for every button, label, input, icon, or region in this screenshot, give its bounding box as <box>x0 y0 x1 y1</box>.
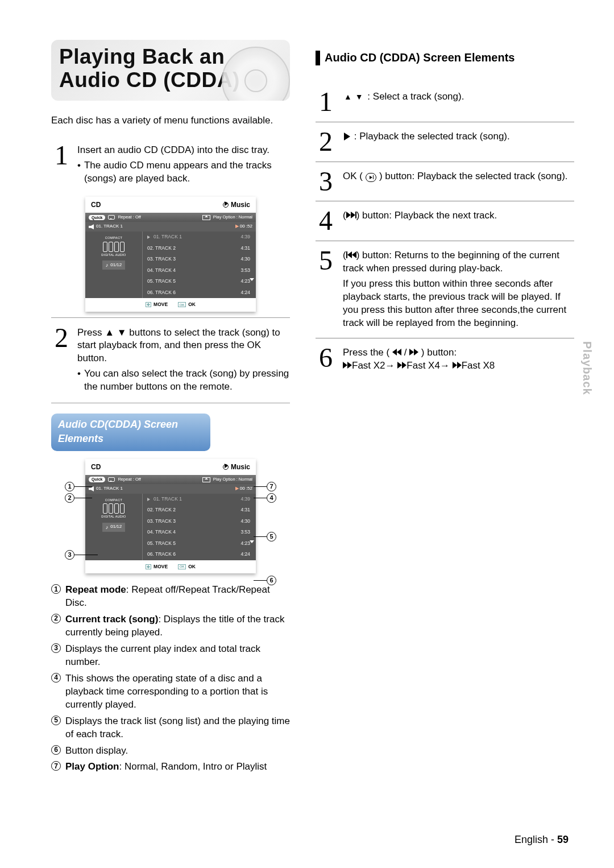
legend-item-5: 5 Displays the track list (song list) an… <box>51 715 290 741</box>
legend-item-4: 4 This shows the operating state of a di… <box>51 672 290 712</box>
track-row: 01. TRACK 1 4:39 <box>143 232 256 242</box>
current-track: 01. TRACK 1 <box>96 486 123 492</box>
track-time: 4:31 <box>240 245 250 251</box>
scroll-down-icon <box>250 540 254 543</box>
callout-2: 2 <box>65 493 74 503</box>
ok-icon: OK <box>178 302 186 307</box>
compact-disc-logo: COMPACT DIGITAL AUDIO <box>94 236 134 257</box>
move-label: MOVE <box>154 301 168 308</box>
right-step-3: 3 OK ( ) button: Playback the selected t… <box>316 162 574 201</box>
screen-elements-heading: Audio CD(CDDA) Screen Elements <box>51 414 210 451</box>
tv-icon <box>202 215 210 220</box>
track-name: 01. TRACK 1 <box>154 234 182 240</box>
track-name: 06. TRACK 6 <box>147 551 176 557</box>
music-icon <box>223 202 229 208</box>
step-number: 2 <box>51 326 72 394</box>
right-step-6: 6 Press the ( / ) button: Fast X2→ Fast … <box>316 338 574 381</box>
rewind-icon <box>392 349 401 356</box>
track-row: 06. TRACK 6 4:24 <box>143 287 256 298</box>
legend-item-6: 6 Button display. <box>51 745 290 758</box>
current-track: 01. TRACK 1 <box>96 224 123 230</box>
play-index: ♪01/12 <box>102 523 126 532</box>
music-icon <box>223 464 229 470</box>
callout-6: 6 <box>267 576 276 585</box>
track-name: 02. TRACK 2 <box>147 245 176 251</box>
track-time: 4:39 <box>240 234 250 240</box>
callout-1: 1 <box>65 482 74 491</box>
quick-pill: Quick <box>89 215 105 220</box>
step1-bullet: The audio CD menu appears and the tracks… <box>77 159 290 185</box>
heading-bar-icon <box>316 51 320 65</box>
track-row: 04. TRACK 4 3:53 <box>143 265 256 276</box>
track-row: 02. TRACK 2 4:31 <box>143 243 256 254</box>
legend: 1 Repeat mode: Repeat off/Repeat Track/R… <box>51 584 290 774</box>
left-step-1: 1 Insert an audio CD (CDDA) into the dis… <box>51 138 290 191</box>
elapsed-time: 00 :52 <box>240 224 252 229</box>
speech-icon <box>108 477 115 482</box>
track-name: 01. TRACK 1 <box>154 496 182 502</box>
repeat-label: Repeat : Off <box>118 214 140 220</box>
cd-screen-1: CD Music Quick Repeat : Off Play Option … <box>85 197 256 311</box>
quick-pill: Quick <box>89 477 105 482</box>
track-row: 05. TRACK 5 4:23 <box>143 276 256 287</box>
cd-hdr-left: CD <box>91 462 101 472</box>
fastforward-icon <box>343 362 352 369</box>
track-row: 03. TRACK 3 4:30 <box>143 254 256 264</box>
track-name: 04. TRACK 4 <box>147 529 176 535</box>
fastforward-icon <box>409 349 418 356</box>
track-time: 4:24 <box>240 551 250 557</box>
ok-label: OK <box>188 301 196 308</box>
page-title-box: Playing Back an Audio CD (CDDA) <box>51 40 290 101</box>
play-option: Play Option : Normal <box>213 477 252 482</box>
side-tab-playback: Playback <box>579 341 595 395</box>
callout-5: 5 <box>267 532 276 542</box>
legend-item-2: 2 Current track (song): Displays the tit… <box>51 613 290 639</box>
callout-4: 4 <box>267 493 276 503</box>
scroll-down-icon <box>250 278 254 281</box>
ok-label: OK <box>188 564 196 570</box>
move-icon: ✥ <box>146 302 151 307</box>
track-name: 05. TRACK 5 <box>147 540 176 547</box>
cd-screen-2-wrap: 1 2 3 7 4 5 6 CD Music Quick Repeat : Of… <box>85 459 256 573</box>
track-name: 03. TRACK 3 <box>147 518 176 524</box>
track-row: 06. TRACK 6 4:24 <box>143 549 256 560</box>
page-footer: English - 59 <box>515 833 569 846</box>
prev-track-icon <box>346 251 356 258</box>
callout-3: 3 <box>65 550 74 560</box>
track-name: 06. TRACK 6 <box>147 290 176 296</box>
right-step-4: 4 () button: Playback the next track. <box>316 201 574 241</box>
cd-screen-2: CD Music Quick Repeat : Off Play Option … <box>85 459 256 573</box>
track-time: 4:30 <box>240 256 250 262</box>
callout-7: 7 <box>267 482 276 491</box>
track-row: 04. TRACK 4 3:53 <box>143 527 256 538</box>
cd-hdr-right: Music <box>231 462 250 472</box>
track-time: 3:53 <box>240 529 250 535</box>
track-name: 05. TRACK 5 <box>147 278 176 284</box>
intro-text: Each disc has a variety of menu function… <box>51 114 290 127</box>
next-track-icon <box>346 212 356 218</box>
step1-text: Insert an audio CD (CDDA) into the disc … <box>77 144 269 155</box>
track-time: 4:23 <box>240 540 250 547</box>
elapsed-time: 00 :52 <box>240 486 252 491</box>
right-step-1: 1 ▲ ▼ : Select a track (song). <box>316 82 574 122</box>
ok-play-pause-icon <box>366 173 377 182</box>
speaker-icon <box>89 224 94 229</box>
legend-item-7: 7 Play Option: Normal, Random, Intro or … <box>51 760 290 774</box>
track-name: 03. TRACK 3 <box>147 256 176 262</box>
step-number: 1 <box>51 144 72 185</box>
track-time: 3:53 <box>240 267 250 274</box>
right-heading: Audio CD (CDDA) Screen Elements <box>316 50 574 65</box>
step2-bullet: You can also select the track (song) by … <box>77 367 290 394</box>
play-index: ♪01/12 <box>102 261 126 270</box>
tv-icon <box>202 477 210 482</box>
ok-icon: OK <box>178 564 186 569</box>
right-step-2: 2 : Playback the selected track (song). <box>316 122 574 162</box>
compact-disc-logo: COMPACT DIGITAL AUDIO <box>94 498 134 519</box>
track-row: 05. TRACK 5 4:23 <box>143 538 256 549</box>
fastforward-icon <box>453 362 462 369</box>
legend-item-1: 1 Repeat mode: Repeat off/Repeat Track/R… <box>51 584 290 610</box>
repeat-label: Repeat : Off <box>118 477 140 482</box>
track-name: 02. TRACK 2 <box>147 507 176 513</box>
track-time: 4:30 <box>240 518 250 524</box>
move-label: MOVE <box>154 564 168 570</box>
